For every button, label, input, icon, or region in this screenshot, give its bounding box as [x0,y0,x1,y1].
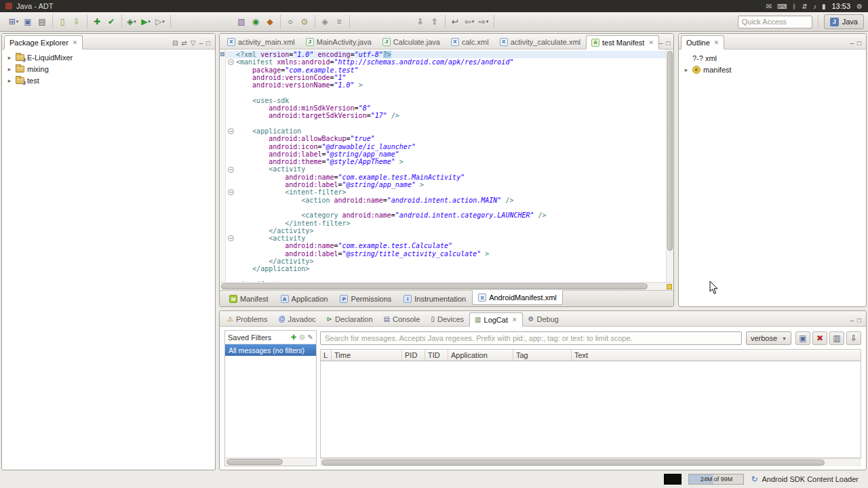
maximize-icon[interactable]: □ [666,39,670,47]
new-android-xml-icon[interactable]: ✚ [90,15,104,28]
next-annotation-icon[interactable]: ⇩ [414,15,427,28]
editor-vertical-scrollbar[interactable] [666,49,673,282]
fold-collapse-icon[interactable]: − [228,128,234,134]
close-icon[interactable]: ✕ [73,39,78,46]
log-level-dropdown[interactable]: verbose ▼ [746,331,791,345]
tab-devices[interactable]: ▯Devices [425,312,469,326]
scrollbar-thumb[interactable] [221,283,648,289]
new-java-package-icon[interactable]: ◆ [263,15,277,28]
tab-problems[interactable]: ⚠Problems [222,312,273,326]
scrollbar-thumb[interactable] [667,51,673,251]
column-header-l[interactable]: L [321,350,332,361]
run-icon[interactable]: ▶▾ [139,15,153,28]
code-line[interactable]: android:label="@string/app_name" > [226,181,673,188]
session-menu-icon[interactable]: ⚙ [856,3,863,10]
code-line[interactable] [226,204,673,211]
tree-item-test[interactable]: ▸Jtest [2,75,215,86]
debug-icon[interactable]: ◈▾ [125,15,138,28]
code-line[interactable]: </activity> [226,258,673,265]
fold-collapse-icon[interactable]: − [228,167,234,173]
tab-console[interactable]: ▤Console [378,312,426,326]
quick-access-input[interactable] [738,16,812,28]
filter-all-messages-no-filters[interactable]: All messages (no filters) [225,344,316,356]
close-icon[interactable]: ✕ [714,39,719,46]
view-menu-icon[interactable]: ▽ [191,39,196,47]
search-icon[interactable]: ⊙ [298,15,311,28]
code-line[interactable]: android:name="com.example.test.MainActiv… [226,174,673,181]
add-filter-icon[interactable]: ✚ [291,333,296,341]
expander-icon[interactable]: ▸ [6,77,13,84]
back-icon[interactable]: ⇦▾ [462,15,476,28]
code-editor[interactable]: <?xml version="1.0" encoding="utf-8"?>−<… [220,49,673,282]
code-line[interactable]: − <intent-filter> [226,188,673,196]
code-line[interactable]: android:label="@string/title_activity_ca… [226,250,673,258]
fold-toggle[interactable]: − [226,59,236,65]
previous-annotation-icon[interactable]: ⇧ [428,15,441,28]
show-whitespace-icon[interactable]: ≡ [332,15,346,28]
bluetooth-icon[interactable]: ᛒ [793,3,797,10]
code-line[interactable]: </activity> [226,227,673,235]
save-log-icon[interactable]: ▣ [795,331,810,345]
maximize-icon[interactable]: □ [857,317,861,324]
scroll-to-end-icon[interactable]: ⇩ [846,331,861,345]
scrollbar-thumb[interactable] [226,459,283,465]
print-icon[interactable]: ▤ [35,15,49,28]
column-header-time[interactable]: Time [332,350,402,361]
tab-javadoc[interactable]: @Javadoc [273,312,321,326]
code-line[interactable]: android:label="@string/app_name" [226,150,673,158]
page-tab-permissions[interactable]: PPermissions [334,291,397,306]
fold-collapse-icon[interactable]: − [228,235,234,241]
page-tab-instrumentation[interactable]: IInstrumentation [397,291,472,306]
messages-icon[interactable]: ✉ [766,3,772,10]
fold-toggle[interactable]: − [226,167,236,173]
column-header-application[interactable]: Application [448,350,513,361]
minimize-icon[interactable]: – [199,39,203,47]
scrollbar-thumb[interactable] [321,460,825,466]
code-line[interactable]: − <application [226,127,673,135]
code-line[interactable]: android:versionCode="1" [226,74,673,81]
code-line[interactable] [226,120,673,127]
fold-toggle[interactable]: − [226,235,236,241]
column-header-tid[interactable]: TID [425,350,448,361]
fold-collapse-icon[interactable]: − [228,189,234,195]
filters-horizontal-scrollbar[interactable] [225,458,316,466]
tree-item-e-liquidmixer[interactable]: ▸JE-LiquidMixer [2,52,215,63]
fold-toggle[interactable]: − [226,128,236,134]
external-tools-icon[interactable]: ▷▾ [153,15,167,28]
fold-collapse-icon[interactable]: − [228,59,234,65]
logcat-search-input[interactable] [320,331,742,345]
code-line[interactable]: android:theme="@style/AppTheme" > [226,158,673,165]
open-type-icon[interactable]: ○ [283,15,297,28]
code-area[interactable]: <?xml version="1.0" encoding="utf-8"?>−<… [226,49,673,282]
keyboard-layout-icon[interactable]: ⌨ [777,3,787,10]
column-header-pid[interactable]: PID [402,350,425,361]
tab-outline[interactable]: Outline ✕ [681,35,724,49]
code-line[interactable]: <?xml version="1.0" encoding="utf-8"?> [226,51,673,58]
editor-tab-test-manifest[interactable]: Atest Manifest✕ [586,35,659,49]
tab-logcat[interactable]: ▥LogCat✕ [469,312,522,327]
background-task[interactable]: ↻ Android SDK Content Loader [751,474,859,484]
column-header-tag[interactable]: Tag [513,350,572,361]
code-line[interactable]: android:allowBackup="true" [226,135,673,142]
logcat-horizontal-scrollbar[interactable] [320,458,861,466]
minimize-icon[interactable]: – [850,39,854,47]
editor-tab-calculate-java[interactable]: JCalculate.java [377,35,446,49]
expander-icon[interactable]: ▸ [6,54,13,61]
maximize-icon[interactable]: □ [206,39,210,47]
code-line[interactable]: − <activity [226,235,673,242]
code-line[interactable]: android:targetSdkVersion="17" /> [226,112,673,119]
save-icon[interactable]: ▣ [21,15,35,28]
code-line[interactable] [226,89,673,96]
editor-tab-mainactivity-java[interactable]: JMainActivity.java [300,35,377,49]
code-line[interactable]: android:name="com.example.test.Calculate… [226,242,673,249]
column-header-text[interactable]: Text [572,350,861,361]
tree-item-mixing[interactable]: ▸mixing [2,63,215,75]
code-line[interactable]: <category android:name="android.intent.c… [226,211,673,219]
editor-tab-calc-xml[interactable]: Xcalc.xml [446,35,494,49]
logcat-table-body[interactable] [320,361,861,458]
new-java-project-icon[interactable]: ▧ [235,15,248,28]
page-tab-manifest[interactable]: MManifest [223,291,275,306]
edit-filter-icon[interactable]: ✎ [308,333,313,341]
battery-icon[interactable]: ▮ [822,3,826,10]
outline-item-xml[interactable]: ?-? xml [679,52,866,64]
